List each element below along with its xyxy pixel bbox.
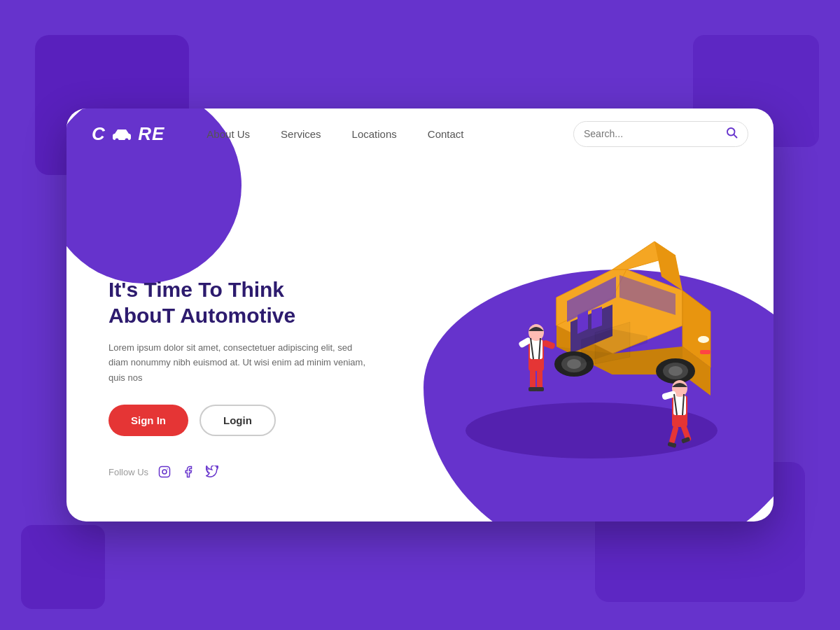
logo[interactable]: C RE: [92, 123, 164, 145]
svg-rect-23: [536, 387, 544, 391]
login-button[interactable]: Login: [200, 405, 276, 436]
hero-subtitle: Lorem ipsum dolor sit amet, consectetuer…: [108, 340, 374, 385]
svg-point-6: [162, 470, 167, 474]
bg-decoration-bottomleft: [21, 525, 105, 609]
svg-point-7: [167, 468, 168, 470]
facebook-icon[interactable]: [181, 464, 196, 479]
instagram-icon[interactable]: [157, 464, 172, 479]
search-icon[interactable]: [725, 126, 738, 142]
hero-buttons: Sign In Login: [108, 405, 374, 436]
svg-line-4: [734, 134, 736, 137]
car-illustration: [416, 214, 752, 479]
nav-link-contact[interactable]: Contact: [428, 128, 464, 140]
hero-content: It's Time To Think AbouT Automotive Lore…: [108, 276, 374, 479]
signin-button[interactable]: Sign In: [108, 405, 188, 436]
svg-point-14: [567, 359, 581, 369]
svg-rect-5: [160, 467, 170, 477]
nav-link-services[interactable]: Services: [281, 128, 321, 140]
hero-title: It's Time To Think AbouT Automotive: [108, 276, 374, 329]
search-input[interactable]: [584, 128, 725, 139]
search-bar: [573, 121, 748, 147]
logo-text: C RE: [92, 123, 164, 145]
svg-point-11: [668, 366, 682, 376]
header: C RE About Us Services Locations Contact: [66, 108, 774, 159]
follow-label: Follow Us: [108, 467, 148, 477]
main-card: C RE About Us Services Locations Contact: [66, 108, 774, 522]
svg-point-15: [698, 336, 709, 343]
car-logo-icon: [112, 129, 132, 141]
svg-rect-21: [537, 370, 542, 389]
svg-rect-20: [530, 370, 536, 389]
svg-rect-16: [700, 350, 710, 354]
nav-link-about-us[interactable]: About Us: [206, 128, 250, 140]
main-nav: About Us Services Locations Contact: [206, 128, 573, 140]
nav-link-locations[interactable]: Locations: [352, 128, 397, 140]
follow-us-section: Follow Us: [108, 464, 374, 479]
twitter-icon[interactable]: [204, 464, 220, 479]
